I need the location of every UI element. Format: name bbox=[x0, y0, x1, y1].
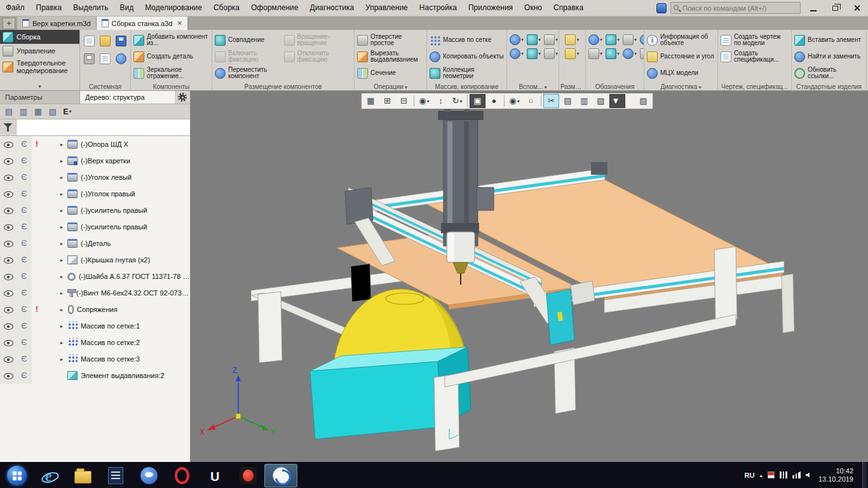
load-state-icon[interactable]: Є bbox=[17, 235, 32, 252]
rotation-button[interactable]: Вращение-вращение bbox=[283, 32, 353, 48]
aux-line-button[interactable]: ▾ bbox=[543, 33, 559, 46]
tree-settings-button[interactable] bbox=[175, 91, 190, 104]
volume-icon[interactable] bbox=[806, 473, 810, 478]
snap-grid-button[interactable]: ▦ bbox=[363, 94, 379, 108]
load-state-icon[interactable]: Є bbox=[17, 252, 32, 268]
tree-row[interactable]: Є►Массив по сетке:2 bbox=[0, 334, 190, 351]
menu-item-3[interactable]: Вид bbox=[114, 0, 139, 16]
new-document-tab[interactable]: + bbox=[3, 18, 15, 29]
load-state-icon[interactable]: Є bbox=[17, 152, 32, 169]
fix-off-button[interactable]: Отключить фиксацию bbox=[283, 48, 353, 65]
note-button[interactable]: ▾ bbox=[588, 33, 603, 46]
tree-row[interactable]: Є►Массив по сетке:1 bbox=[0, 318, 190, 334]
load-state-icon[interactable]: Є bbox=[17, 219, 32, 235]
send-button[interactable] bbox=[114, 51, 128, 66]
menu-item-8[interactable]: Управление bbox=[360, 0, 414, 16]
visibility-eye-icon[interactable] bbox=[0, 235, 17, 252]
copy-objects-button[interactable]: Копировать объекты bbox=[429, 48, 505, 65]
notes-taskbar-button[interactable] bbox=[99, 464, 132, 487]
tree-row[interactable]: Є►(-)Крышка гнутая (х2) bbox=[0, 252, 190, 268]
grid-array-button[interactable]: Массив по сетке bbox=[429, 32, 505, 48]
tray-expand-icon[interactable]: ▴ bbox=[759, 472, 763, 478]
cut-extrude-button[interactable]: Вырезать выдавливанием bbox=[356, 48, 424, 65]
add-component-button[interactable]: Добавить компонент из... bbox=[133, 32, 210, 48]
visibility-eye-icon[interactable] bbox=[0, 318, 17, 334]
tree-select-button[interactable]: ▧ bbox=[46, 105, 59, 118]
language-indicator[interactable]: RU bbox=[745, 471, 755, 479]
u-app-taskbar-button[interactable] bbox=[198, 464, 231, 487]
update-links-button[interactable]: Обновить ссылки... bbox=[794, 65, 864, 81]
copy-b-button[interactable]: ▥ bbox=[576, 94, 592, 108]
visibility-eye-icon[interactable] bbox=[0, 202, 17, 219]
expand-arrow[interactable]: ► bbox=[57, 225, 66, 229]
visibility-eye-icon[interactable] bbox=[0, 334, 17, 351]
clock[interactable]: 10:42 13.10.2019 bbox=[815, 467, 857, 484]
menu-item-2[interactable]: Выделить bbox=[67, 0, 114, 16]
orbit-button[interactable]: ↻▾ bbox=[449, 94, 465, 108]
menu-item-10[interactable]: Приложения bbox=[463, 0, 519, 16]
open-folder-button[interactable] bbox=[98, 33, 112, 48]
aux-spiral-button[interactable]: ▾ bbox=[526, 47, 541, 60]
load-state-icon[interactable]: Є bbox=[17, 367, 32, 384]
expand-arrow[interactable]: ► bbox=[57, 142, 66, 147]
notification-flag-icon[interactable] bbox=[768, 471, 775, 478]
load-state-icon[interactable]: Є bbox=[17, 351, 32, 367]
visibility-eye-icon[interactable] bbox=[0, 268, 17, 285]
visibility-eye-icon[interactable] bbox=[0, 285, 17, 301]
expand-arrow[interactable]: ► bbox=[57, 357, 66, 362]
show-hide-button[interactable]: ◉▾ bbox=[506, 94, 522, 108]
load-state-icon[interactable]: Є bbox=[17, 268, 32, 285]
tree-row[interactable]: Є►(-)Уголок правый bbox=[0, 186, 190, 202]
dim-angle-button[interactable]: ▾ bbox=[561, 47, 583, 60]
load-state-icon[interactable]: Є bbox=[17, 301, 32, 318]
geometry-collection-button[interactable]: Коллекция геометрии bbox=[429, 65, 505, 81]
visibility-eye-icon[interactable] bbox=[0, 351, 17, 367]
kompas-taskbar-button[interactable] bbox=[264, 464, 297, 487]
show-desktop-button[interactable] bbox=[862, 462, 867, 488]
restore-button[interactable] bbox=[826, 2, 844, 15]
tree-list-button[interactable]: ▥ bbox=[17, 105, 30, 118]
aux-plane-button[interactable]: ▾ bbox=[526, 33, 541, 46]
create-part-button[interactable]: Создать деталь bbox=[133, 48, 210, 65]
command-search[interactable] bbox=[670, 2, 801, 14]
load-state-icon[interactable]: Є bbox=[17, 202, 32, 219]
datum-button[interactable]: ▾ bbox=[622, 33, 637, 46]
menu-item-7[interactable]: Диагностика bbox=[304, 0, 360, 16]
filter-button[interactable]: ▼▾ bbox=[609, 94, 625, 108]
tree-display-combo[interactable]: Е▾ bbox=[61, 105, 74, 118]
mirror-button[interactable]: Зеркальное отражение... bbox=[133, 65, 210, 81]
orientation-cube-button[interactable]: ▣ bbox=[470, 94, 485, 108]
aux-sketch-button[interactable]: ▾ bbox=[543, 47, 559, 60]
menu-item-0[interactable]: Файл bbox=[0, 0, 31, 16]
load-state-icon[interactable]: Є bbox=[17, 334, 32, 351]
tree-row[interactable]: Є!►(-)Опора ШД X bbox=[0, 136, 190, 152]
clip-button[interactable]: ✂ bbox=[543, 94, 559, 108]
start-taskbar-button[interactable] bbox=[0, 464, 33, 487]
expand-arrow[interactable]: ► bbox=[57, 291, 66, 295]
tree-row[interactable]: Є►(-)Шайба А.6.37 ГОСТ 11371-78 (х... bbox=[0, 268, 190, 285]
minimize-button[interactable] bbox=[804, 2, 822, 15]
visibility-eye-icon[interactable] bbox=[0, 136, 17, 152]
expand-arrow[interactable]: ► bbox=[57, 208, 66, 213]
tab-parameters[interactable]: Параметры bbox=[0, 91, 80, 104]
expand-arrow[interactable]: ► bbox=[57, 258, 66, 262]
explorer-taskbar-button[interactable] bbox=[66, 464, 99, 487]
expand-arrow[interactable]: ► bbox=[57, 341, 66, 345]
document-tab-1[interactable]: Сборка станка.a3d✕ bbox=[97, 17, 188, 30]
messenger-taskbar-button[interactable] bbox=[132, 464, 165, 487]
close-button[interactable] bbox=[848, 2, 865, 15]
roughness-button[interactable]: ▾ bbox=[605, 33, 620, 46]
visibility-eye-icon[interactable] bbox=[0, 252, 17, 268]
expand-arrow[interactable]: ► bbox=[57, 192, 66, 196]
save-button[interactable] bbox=[114, 33, 128, 48]
network-signal-icon[interactable] bbox=[792, 471, 801, 478]
expand-arrow[interactable]: ► bbox=[57, 308, 66, 312]
load-state-icon[interactable]: Є bbox=[17, 136, 32, 152]
preview-button[interactable] bbox=[98, 51, 112, 66]
opera-taskbar-button[interactable] bbox=[165, 464, 198, 487]
insert-element-button[interactable]: Вставить элемент bbox=[794, 32, 864, 48]
zoom-fit-button[interactable]: ↕ bbox=[433, 94, 449, 108]
view-plane-button[interactable]: ⊞ bbox=[379, 94, 395, 108]
axis-mark-button[interactable]: ▾ bbox=[622, 47, 637, 60]
section-button[interactable]: Сечение bbox=[356, 65, 424, 81]
